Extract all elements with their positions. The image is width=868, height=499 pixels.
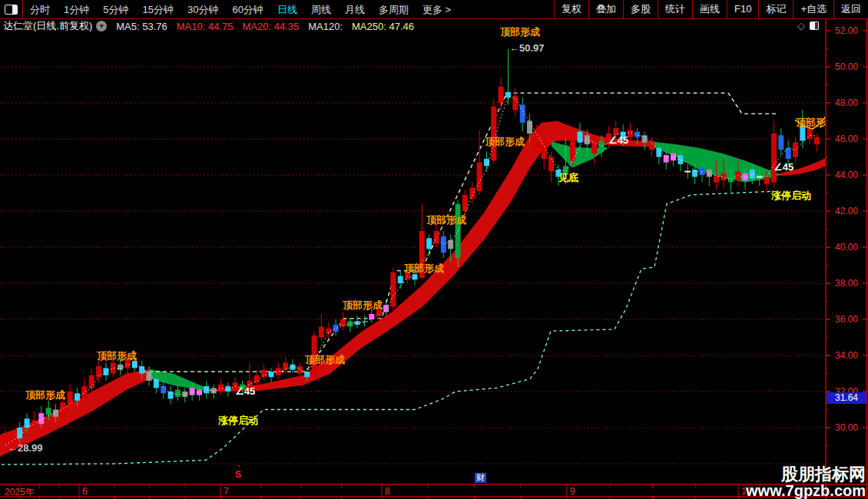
candle bbox=[456, 200, 461, 267]
candle bbox=[642, 132, 648, 150]
candle bbox=[477, 130, 482, 195]
period-tab-7[interactable]: 周线 bbox=[304, 0, 338, 19]
period-tab-6[interactable]: 日线 bbox=[270, 0, 304, 19]
period-tab-8[interactable]: 月线 bbox=[338, 0, 372, 19]
ma-value-1: MA10: 44.75 bbox=[177, 21, 234, 32]
layout-toggle-button[interactable] bbox=[0, 0, 23, 18]
tool-button-4[interactable]: 画线 bbox=[692, 0, 727, 18]
period-tab-10[interactable]: 更多 > bbox=[416, 0, 458, 19]
tool-button-3[interactable]: 统计 bbox=[658, 0, 692, 18]
candle bbox=[103, 362, 108, 381]
ma-value-3: MA120: bbox=[308, 21, 343, 32]
date-axis-label-4: 9 bbox=[570, 486, 575, 497]
price-axis-label: 36.00 bbox=[827, 314, 866, 325]
price-axis-label: 38.00 bbox=[827, 278, 866, 289]
price-axis-label: 46.00 bbox=[827, 134, 866, 144]
candle bbox=[390, 267, 396, 310]
period-tab-2[interactable]: 5分钟 bbox=[96, 0, 135, 19]
candle bbox=[520, 97, 525, 132]
candle bbox=[505, 49, 511, 104]
chart-title-row: 达仁堂(日线.前复权) ▾ MA5: 53.76MA10: 44.75MA20:… bbox=[0, 19, 799, 33]
sell-signal-marker: S bbox=[235, 469, 241, 480]
candle bbox=[778, 128, 784, 155]
chevron-down-icon[interactable]: ▾ bbox=[96, 21, 107, 31]
candle bbox=[362, 316, 367, 326]
chart-annotation-11: 顶部形成 bbox=[485, 135, 525, 149]
date-axis-label-3: 8 bbox=[385, 486, 390, 497]
tool-button-7[interactable]: +自选 bbox=[793, 0, 833, 18]
chart-annotation-10: ←50.97 bbox=[509, 42, 545, 54]
title-icons: ◇ bbox=[797, 19, 823, 31]
tool-button-8[interactable]: 返回 bbox=[833, 0, 868, 18]
price-axis-label: 50.00 bbox=[827, 61, 866, 72]
panel-icon[interactable] bbox=[810, 21, 819, 30]
watermark-site-name: 股朋指标网 bbox=[746, 466, 866, 483]
ma-value-0: MA5: 53.76 bbox=[116, 21, 167, 32]
chart-annotation-6: 顶部形成 bbox=[343, 299, 383, 312]
period-tab-1[interactable]: 1分钟 bbox=[57, 0, 96, 19]
candle bbox=[283, 357, 288, 373]
candle bbox=[333, 319, 339, 335]
tool-button-6[interactable]: 标记 bbox=[758, 0, 793, 18]
tool-button-1[interactable]: 叠加 bbox=[588, 0, 623, 18]
chart-annotation-0: 顶部形成 bbox=[25, 388, 65, 402]
candle bbox=[168, 386, 174, 405]
candle bbox=[771, 121, 777, 188]
watermark: 股朋指标网 www.7gpzb.com bbox=[746, 466, 866, 498]
stock-app-window: 分时1分钟5分钟15分钟30分钟60分钟日线周线月线多周期更多 > 复权叠加多股… bbox=[0, 0, 868, 499]
candle bbox=[254, 370, 260, 386]
period-menu: 分时1分钟5分钟15分钟30分钟60分钟日线周线月线多周期更多 > bbox=[23, 0, 458, 18]
candlestick-chart bbox=[0, 0, 868, 499]
period-tab-4[interactable]: 30分钟 bbox=[181, 0, 225, 19]
tool-button-0[interactable]: 复权 bbox=[554, 0, 588, 18]
tool-button-5[interactable]: F10 bbox=[727, 0, 758, 18]
price-axis-label: 44.00 bbox=[827, 170, 866, 180]
candle bbox=[499, 78, 504, 110]
chart-annotation-2: ←28.99 bbox=[8, 442, 43, 454]
period-menubar: 分时1分钟5分钟15分钟30分钟60分钟日线周线月线多周期更多 > 复权叠加多股… bbox=[0, 0, 868, 19]
finance-report-marker: 财 bbox=[475, 473, 486, 483]
candle bbox=[649, 137, 654, 157]
candle bbox=[591, 139, 597, 164]
chart-annotation-13: ∠45 bbox=[608, 134, 628, 146]
candle bbox=[276, 362, 281, 378]
price-axis-label: 48.00 bbox=[827, 97, 866, 108]
candle bbox=[161, 381, 166, 399]
watermark-site-url: www.7gpzb.com bbox=[746, 483, 866, 498]
ma-value-4: MA250: 47.46 bbox=[352, 21, 414, 32]
chart-annotation-12: 见底 bbox=[558, 171, 578, 185]
price-axis-label: 40.00 bbox=[827, 242, 866, 253]
ma-value-2: MA20: 44.35 bbox=[243, 21, 300, 32]
candle bbox=[218, 379, 224, 395]
chart-annotation-16: 涨停启动 bbox=[771, 189, 811, 203]
diamond-icon[interactable]: ◇ bbox=[797, 20, 805, 31]
period-tab-5[interactable]: 60分钟 bbox=[225, 0, 270, 19]
price-axis-label: 42.00 bbox=[827, 206, 866, 216]
candle bbox=[268, 368, 273, 382]
stock-title: 达仁堂(日线.前复权) bbox=[3, 19, 92, 33]
candle bbox=[347, 318, 353, 332]
period-tab-0[interactable]: 分时 bbox=[23, 0, 57, 19]
chart-annotation-3: ∠45 bbox=[235, 385, 255, 397]
date-axis-label-0: 2025年 bbox=[5, 486, 35, 499]
candle bbox=[469, 182, 475, 203]
candle bbox=[398, 271, 403, 289]
chart-annotation-8: 顶部形成 bbox=[426, 213, 466, 227]
tool-button-2[interactable]: 多股 bbox=[623, 0, 658, 18]
candle bbox=[319, 314, 324, 341]
period-tab-9[interactable]: 多周期 bbox=[372, 0, 416, 19]
candle bbox=[340, 312, 346, 331]
candle bbox=[383, 299, 389, 316]
candle bbox=[225, 382, 230, 397]
candle bbox=[175, 385, 181, 401]
period-tab-3[interactable]: 15分钟 bbox=[135, 0, 180, 19]
candle bbox=[684, 164, 691, 179]
ma-values: MA5: 53.76MA10: 44.75MA20: 44.35MA120:MA… bbox=[107, 21, 414, 32]
candle bbox=[491, 99, 496, 164]
date-axis-label-2: 7 bbox=[224, 486, 229, 497]
candle bbox=[434, 226, 439, 247]
chart-annotation-5: 顶部形成 bbox=[305, 353, 345, 367]
candle bbox=[814, 134, 820, 152]
chart-annotation-4: 涨停启动 bbox=[218, 414, 258, 428]
candle bbox=[89, 368, 94, 392]
